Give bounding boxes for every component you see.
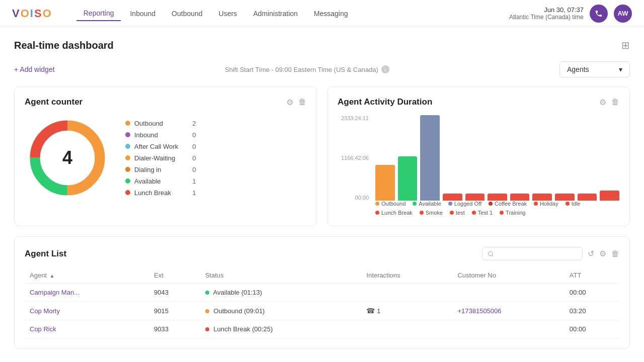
legend-entry-idle: Idle <box>566 201 581 207</box>
legend-dot-dialing-in <box>125 167 130 172</box>
legend-entry-label-available: Available <box>419 201 441 207</box>
agent-activity-header: Agent Activity Duration ⚙ 🗑 <box>338 97 619 107</box>
status-dot <box>205 291 209 295</box>
table-row: Campaign Man... 9043 Available (01:13) 0… <box>25 284 619 302</box>
nav-outbound[interactable]: Outbound <box>165 7 210 21</box>
agents-dropdown[interactable]: Agents ▾ <box>559 61 630 77</box>
legend-entry-label-outbound: Outbound <box>381 201 406 207</box>
legend-entry-available: Available <box>413 201 441 207</box>
agent-name-link[interactable]: Cop Morty <box>30 307 60 315</box>
agent-table-head: Agent ▲ Ext Status Interactions Customer… <box>25 267 619 284</box>
legend-entry-outbound: Outbound <box>375 201 406 207</box>
col-att[interactable]: ATT <box>565 267 619 284</box>
legend-count-acw: 0 <box>182 143 196 150</box>
nav-reporting[interactable]: Reporting <box>76 6 121 21</box>
agent-list-history-button[interactable]: ↺ <box>588 249 594 258</box>
user-avatar[interactable]: AW <box>614 5 632 23</box>
chevron-down-icon: ▾ <box>619 65 622 73</box>
agent-counter-settings-button[interactable]: ⚙ <box>286 98 293 107</box>
legend-count-available: 1 <box>182 177 196 185</box>
toolbar: + Add widget Shift Start Time - 09:00 Ea… <box>14 61 630 77</box>
legend-dot-inbound <box>125 132 130 137</box>
widgets-row: Agent counter ⚙ 🗑 4 <box>14 86 630 226</box>
y-label-top: 2333:24:11 <box>338 115 369 121</box>
legend-lunch-break: Lunch Break 1 <box>125 189 196 197</box>
legend-dot-lunch-break <box>125 190 130 195</box>
agent-activity-delete-button[interactable]: 🗑 <box>611 98 619 107</box>
agent-status-label: Available (01:13) <box>213 289 262 296</box>
legend-entry-dot-test1 <box>472 211 476 215</box>
legend-label-available: Available <box>134 177 161 185</box>
legend-entry-test1: Test 1 <box>472 210 493 216</box>
nav-messaging[interactable]: Messaging <box>307 7 355 21</box>
agent-name-link[interactable]: Cop Rick <box>30 325 56 333</box>
legend-label-dialer-waiting: Dialer-Waiting <box>134 154 175 162</box>
agent-att-cell: 03:20 <box>565 302 619 320</box>
agent-counter-actions: ⚙ 🗑 <box>286 98 306 107</box>
donut-legend: Outbound 2 Inbound 0 After Call Work 0 <box>125 120 196 197</box>
agent-table-header-row: Agent ▲ Ext Status Interactions Customer… <box>25 267 619 284</box>
legend-dialer-waiting: Dialer-Waiting 0 <box>125 154 196 162</box>
legend-label-inbound: Inbound <box>134 131 158 139</box>
agent-counter-body: 4 Outbound 2 Inbound 0 After <box>25 115 306 201</box>
customer-phone-link[interactable]: +17381505006 <box>457 307 501 315</box>
col-status[interactable]: Status <box>200 267 362 284</box>
col-interactions[interactable]: Interactions <box>361 267 452 284</box>
col-customer-no[interactable]: Customer No <box>452 267 564 284</box>
agent-activity-settings-button[interactable]: ⚙ <box>599 98 606 107</box>
table-row: Cop Morty 9015 Outbound (09:01) ☎ 1 +173… <box>25 302 619 320</box>
grid-view-icon[interactable]: ⊞ <box>621 39 630 51</box>
bar-training <box>600 191 619 201</box>
legend-entry-label-lunch-break2: Lunch Break <box>381 210 413 216</box>
bar-coffee-break <box>443 194 462 201</box>
agent-ext-cell: 9043 <box>149 284 200 302</box>
legend-entry-dot-available <box>413 202 417 206</box>
agent-counter-delete-button[interactable]: 🗑 <box>298 98 306 107</box>
shift-info-icon[interactable]: i <box>381 65 389 73</box>
agent-status-label: Lunch Break (00:25) <box>213 325 273 333</box>
agent-list-widget: Agent List ↺ ⚙ 🗑 Agent ▲ Ext Status Inte… <box>14 236 630 349</box>
search-icon <box>488 250 494 257</box>
legend-entry-coffee-break: Coffee Break <box>489 201 527 207</box>
y-label-mid: 1166:42:06 <box>338 155 369 161</box>
col-agent[interactable]: Agent ▲ <box>25 267 149 284</box>
agent-status-cell: Outbound (09:01) <box>200 302 362 320</box>
navigation: VOISO Reporting Inbound Outbound Users A… <box>0 0 644 27</box>
legend-entry-smoke: Smoke <box>420 210 443 216</box>
col-ext[interactable]: Ext <box>149 267 200 284</box>
call-button[interactable] <box>590 5 608 23</box>
nav-users[interactable]: Users <box>212 7 245 21</box>
agent-search-box[interactable] <box>482 247 583 260</box>
bar-chart-legend: Outbound Available Logged Off Coffee Bre… <box>375 201 619 216</box>
legend-label-lunch-break: Lunch Break <box>134 189 171 197</box>
bar-chart-yaxis: 2333:24:11 1166:42:06 00:00 <box>338 115 373 201</box>
legend-dot-available <box>125 178 130 184</box>
add-widget-button[interactable]: + Add widget <box>14 65 55 73</box>
legend-entry-label-training: Training <box>506 210 525 216</box>
legend-available: Available 1 <box>125 177 196 185</box>
bar-outbound <box>375 165 395 201</box>
legend-dot-dialer-waiting <box>125 155 130 160</box>
agent-name-link[interactable]: Campaign Man... <box>30 289 79 296</box>
bar-logged-off <box>420 115 440 201</box>
nav-timezone: Atlantic Time (Canada) time <box>509 14 584 21</box>
bar-chart: 2333:24:11 1166:42:06 00:00 <box>338 115 619 216</box>
donut-center-value: 4 <box>62 147 72 168</box>
bar-available <box>398 156 418 201</box>
agent-list-settings-button[interactable]: ⚙ <box>599 249 606 258</box>
legend-label-outbound: Outbound <box>134 120 163 127</box>
agent-interactions-count: 1 <box>377 307 380 315</box>
nav-inbound[interactable]: Inbound <box>123 7 163 21</box>
agent-counter-widget: Agent counter ⚙ 🗑 4 <box>14 86 317 226</box>
agent-att-cell: 00:00 <box>565 320 619 338</box>
nav-administration[interactable]: Administration <box>246 7 305 21</box>
search-input[interactable] <box>497 250 577 257</box>
legend-entry-test: test <box>450 210 465 216</box>
main-content: Real-time dashboard ⊞ + Add widget Shift… <box>0 27 644 361</box>
legend-entry-dot-training <box>500 211 504 215</box>
legend-count-dialing-in: 0 <box>182 166 196 173</box>
agent-activity-actions: ⚙ 🗑 <box>599 98 619 107</box>
legend-label-acw: After Call Work <box>134 143 178 150</box>
bar-idle <box>488 194 507 201</box>
agent-list-delete-button[interactable]: 🗑 <box>611 249 619 258</box>
